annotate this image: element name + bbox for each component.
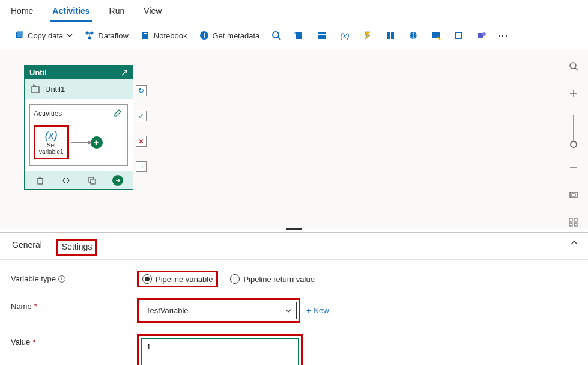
svg-rect-13 xyxy=(318,32,326,34)
svg-rect-32 xyxy=(91,179,95,184)
info-icon[interactable]: i xyxy=(58,275,65,283)
info-icon: i xyxy=(199,31,209,40)
svg-point-26 xyxy=(482,32,486,36)
delete-icon[interactable] xyxy=(35,175,46,186)
until-header: Until xyxy=(25,66,133,79)
notebook-label: Notebook xyxy=(154,31,187,40)
tab-general[interactable]: General xyxy=(11,239,43,256)
expand-icon[interactable] xyxy=(121,69,128,76)
connector-arrow xyxy=(71,142,88,143)
refresh-hint[interactable]: ↻ xyxy=(136,85,147,96)
svg-rect-15 xyxy=(318,37,326,39)
svg-line-34 xyxy=(575,68,578,70)
settings-form: Variable type i Pipeline variable Pipeli… xyxy=(0,260,588,365)
add-activity-button[interactable]: + xyxy=(91,136,103,149)
success-hint[interactable]: ✓ xyxy=(136,111,147,121)
name-label: Name* xyxy=(11,298,137,311)
until-title-row: Until1 xyxy=(25,79,133,99)
plus-icon: + xyxy=(306,306,311,315)
top-nav: Home Activities Run View xyxy=(0,0,588,22)
pipeline-canvas[interactable]: Until Until1 Activities (x) Set xyxy=(0,49,588,229)
fail-hint[interactable]: ✕ xyxy=(136,136,147,147)
name-select[interactable]: TestVariable xyxy=(141,302,297,319)
webhook-icon[interactable] xyxy=(431,31,441,40)
tab-view[interactable]: View xyxy=(141,4,164,22)
tab-settings[interactable]: Settings xyxy=(56,239,98,256)
tab-run[interactable]: Run xyxy=(107,4,127,22)
variable-icon[interactable]: (x) xyxy=(340,31,350,40)
copy-data-button[interactable]: Copy data xyxy=(8,28,79,43)
wrangling-icon[interactable] xyxy=(386,31,395,40)
collapse-panel-icon[interactable] xyxy=(570,239,578,247)
notebook-button[interactable]: Notebook xyxy=(135,28,193,43)
lookup-icon[interactable] xyxy=(271,31,281,40)
svg-rect-42 xyxy=(569,223,572,226)
value-input[interactable]: 1 xyxy=(141,338,299,365)
connector-hints: ↻ ✓ ✕ → xyxy=(136,85,147,172)
svg-rect-28 xyxy=(38,179,43,184)
node-action-bar xyxy=(25,171,133,189)
notebook-icon xyxy=(141,31,150,40)
chevron-down-icon xyxy=(67,32,73,38)
setvar-label1: Set xyxy=(39,142,64,149)
svg-rect-27 xyxy=(32,87,39,93)
radio-pipeline-variable[interactable]: Pipeline variable xyxy=(137,271,218,287)
svg-point-10 xyxy=(273,32,279,38)
search-canvas-icon[interactable] xyxy=(565,58,582,75)
until-header-label: Until xyxy=(29,68,47,77)
office-icon[interactable] xyxy=(454,31,464,40)
variable-x-icon: (x) xyxy=(39,129,64,142)
svg-rect-38 xyxy=(570,192,577,198)
radio-pipeline-return-value[interactable]: Pipeline return value xyxy=(230,274,315,284)
set-variable-activity[interactable]: (x) Set variable1 xyxy=(34,125,69,159)
script-icon[interactable] xyxy=(294,31,304,40)
zoom-in-icon[interactable] xyxy=(565,85,582,102)
dataflow-label: Dataflow xyxy=(98,31,129,40)
properties-panel: General Settings Variable type i Pipelin… xyxy=(0,232,588,365)
dataflow-icon xyxy=(85,31,94,40)
stored-proc-icon[interactable] xyxy=(317,31,327,40)
name-select-value: TestVariable xyxy=(146,306,189,315)
clone-icon[interactable] xyxy=(86,175,97,186)
svg-rect-1 xyxy=(17,31,23,37)
svg-rect-39 xyxy=(572,194,575,197)
svg-rect-14 xyxy=(318,35,326,37)
svg-rect-24 xyxy=(456,33,461,38)
svg-rect-43 xyxy=(574,223,577,226)
new-variable-link[interactable]: + New xyxy=(306,306,329,315)
canvas-tools xyxy=(565,58,582,231)
svg-rect-41 xyxy=(574,218,577,221)
azure-function-icon[interactable] xyxy=(363,31,372,40)
zoom-slider[interactable] xyxy=(573,115,574,146)
icon-row: (x) xyxy=(271,31,486,40)
more-button[interactable]: ⋯ xyxy=(497,29,509,42)
dataflow-button[interactable]: Dataflow xyxy=(79,28,135,43)
svg-line-11 xyxy=(278,37,280,40)
until-activity-node[interactable]: Until Until1 Activities (x) Set xyxy=(24,65,133,190)
svg-point-33 xyxy=(570,63,576,69)
until-loop-icon xyxy=(31,84,40,94)
copy-data-label: Copy data xyxy=(28,31,63,40)
skip-hint[interactable]: → xyxy=(136,161,147,172)
web-icon[interactable] xyxy=(408,31,418,40)
radio-icon xyxy=(230,274,240,284)
ribbon-toolbar: Copy data Dataflow Notebook i Get metada… xyxy=(0,22,588,49)
tab-activities[interactable]: Activities xyxy=(50,4,92,22)
fit-screen-icon[interactable] xyxy=(565,186,582,203)
edit-icon[interactable] xyxy=(113,108,124,119)
teams-icon[interactable] xyxy=(477,31,486,40)
radio-icon xyxy=(142,274,152,284)
activities-label: Activities xyxy=(34,109,62,118)
svg-rect-40 xyxy=(569,218,572,221)
chevron-down-icon xyxy=(285,308,291,314)
code-icon[interactable] xyxy=(61,175,71,186)
zoom-out-icon[interactable] xyxy=(565,159,582,176)
get-metadata-button[interactable]: i Get metadata xyxy=(193,28,266,43)
svg-rect-6 xyxy=(144,33,147,34)
svg-rect-17 xyxy=(387,32,390,39)
tab-home[interactable]: Home xyxy=(8,4,35,22)
panel-resize-handle[interactable] xyxy=(0,229,588,232)
svg-rect-25 xyxy=(478,33,483,38)
value-label: Value* xyxy=(11,334,137,346)
run-icon[interactable] xyxy=(112,175,123,186)
